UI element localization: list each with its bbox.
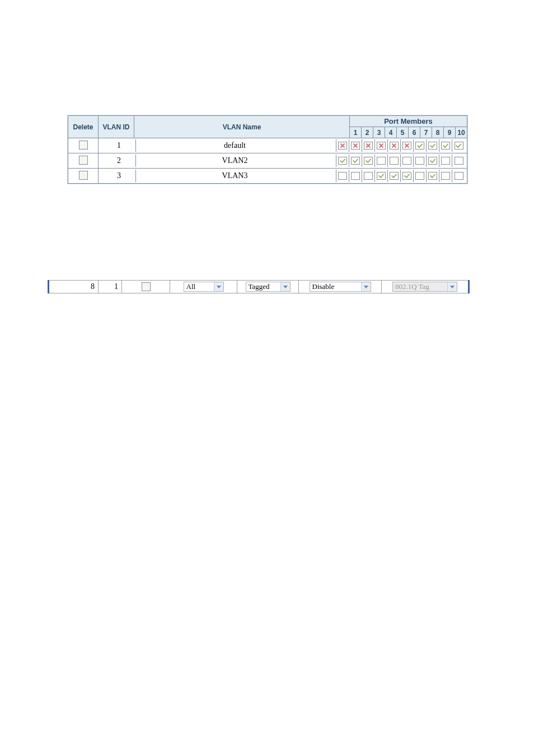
port-empty-box[interactable] <box>455 172 463 180</box>
row-content: 2VLAN2 <box>99 153 467 169</box>
port-head-8: 8 <box>432 127 444 138</box>
delete-checkbox[interactable] <box>79 156 88 165</box>
port-check-icon[interactable] <box>415 142 424 150</box>
port-config-dropdown-8021q: 802.1Q Tag <box>392 282 457 292</box>
dd2-label: Tagged <box>249 282 270 291</box>
port-cell <box>439 170 452 182</box>
port-empty-box[interactable] <box>441 157 450 165</box>
col-delete: Delete <box>68 116 99 138</box>
port-head-1: 1 <box>350 127 362 138</box>
port-cell <box>336 139 349 152</box>
port-cell <box>349 170 362 182</box>
port-cell <box>375 139 388 152</box>
port-config-dropdown-all[interactable]: All <box>184 282 224 292</box>
port-cell <box>349 155 362 167</box>
dd4-label: 802.1Q Tag <box>395 282 429 291</box>
vlan-name-cell: default <box>136 139 336 152</box>
port-check-icon[interactable] <box>351 157 360 165</box>
dd3-label: Disable <box>312 282 335 291</box>
port-empty-box[interactable] <box>415 157 424 165</box>
port-empty-box[interactable] <box>441 172 450 180</box>
chevron-down-icon <box>361 282 371 291</box>
port-check-icon[interactable] <box>441 142 450 150</box>
port-cell <box>375 170 388 182</box>
port-cross-icon[interactable] <box>364 142 373 150</box>
vlan-id-cell: 1 <box>100 139 136 152</box>
port-check-icon[interactable] <box>428 172 437 180</box>
port-cell <box>336 170 349 182</box>
port-cell <box>388 170 401 182</box>
port-check-icon[interactable] <box>428 142 437 150</box>
port-check-icon[interactable] <box>428 157 437 165</box>
port-config-checkbox-cell <box>122 281 170 293</box>
port-check-icon[interactable] <box>377 172 386 180</box>
port-config-dropdown-tagged[interactable]: Tagged <box>246 282 291 292</box>
port-cell <box>336 155 349 167</box>
port-cell <box>414 155 427 167</box>
port-check-icon[interactable] <box>338 157 347 165</box>
port-cell <box>388 139 401 152</box>
port-cell <box>414 139 427 152</box>
port-cell <box>401 155 414 167</box>
row-content: 1default <box>99 138 467 153</box>
port-empty-box[interactable] <box>364 172 373 180</box>
port-empty-box[interactable] <box>338 172 347 180</box>
port-cross-icon[interactable] <box>402 142 411 150</box>
port-cross-icon[interactable] <box>351 142 360 150</box>
port-config-dd2-cell: Tagged <box>237 281 299 293</box>
port-cell <box>452 155 465 167</box>
vlan-name-cell: VLAN3 <box>136 170 336 182</box>
port-cell <box>414 170 427 182</box>
port-config-dropdown-disable[interactable]: Disable <box>310 282 371 292</box>
port-head-3: 3 <box>373 127 385 138</box>
port-empty-box[interactable] <box>415 172 424 180</box>
port-cell <box>452 139 465 152</box>
delete-checkbox[interactable] <box>79 171 88 180</box>
chevron-down-icon <box>447 282 457 291</box>
port-cell <box>439 139 452 152</box>
port-head-9: 9 <box>444 127 456 138</box>
port-check-icon[interactable] <box>364 157 373 165</box>
port-config-checkbox[interactable] <box>142 282 151 291</box>
port-cell <box>349 139 362 152</box>
port-cell <box>362 155 375 167</box>
col-vlan-name: VLAN Name <box>134 116 350 138</box>
port-config-col2: 1 <box>99 281 122 293</box>
col-vlan-id: VLAN ID <box>99 116 134 138</box>
col-port-members: Port Members <box>350 116 467 127</box>
port-cell <box>427 170 439 182</box>
vlan-id-cell: 2 <box>100 155 136 167</box>
header-top-row: Delete VLAN ID VLAN Name Port Members <box>68 116 467 127</box>
port-config-dd3-cell: Disable <box>299 281 382 293</box>
port-empty-box[interactable] <box>390 157 399 165</box>
port-empty-box[interactable] <box>351 172 360 180</box>
port-head-6: 6 <box>409 127 420 138</box>
port-head-2: 2 <box>362 127 373 138</box>
vlan-id-cell: 3 <box>100 170 136 182</box>
port-check-icon[interactable] <box>402 172 411 180</box>
port-empty-box[interactable] <box>402 157 411 165</box>
vlan-table: Delete VLAN ID VLAN Name Port Members 1 … <box>68 115 467 184</box>
port-check-icon[interactable] <box>390 172 399 180</box>
port-cross-icon[interactable] <box>390 142 399 150</box>
port-config-col1: 8 <box>49 281 99 293</box>
port-head-4: 4 <box>385 127 397 138</box>
port-config-row: 8 1 All Tagged Disable 802.1Q Tag <box>49 280 468 293</box>
delete-cell <box>68 153 99 169</box>
port-cell <box>401 170 414 182</box>
dd1-label: All <box>186 282 196 291</box>
chevron-down-icon <box>280 282 290 291</box>
table-row: 3VLAN3 <box>68 169 467 184</box>
table-row: 1default <box>68 138 467 153</box>
port-cross-icon[interactable] <box>338 142 347 150</box>
port-empty-box[interactable] <box>377 157 386 165</box>
port-cross-icon[interactable] <box>377 142 386 150</box>
port-head-7: 7 <box>420 127 432 138</box>
delete-cell <box>68 169 99 184</box>
port-check-icon[interactable] <box>455 142 463 150</box>
delete-checkbox[interactable] <box>79 141 88 150</box>
row-content: 3VLAN3 <box>99 169 467 184</box>
port-cell <box>388 155 401 167</box>
port-empty-box[interactable] <box>455 157 463 165</box>
port-cell <box>401 139 414 152</box>
